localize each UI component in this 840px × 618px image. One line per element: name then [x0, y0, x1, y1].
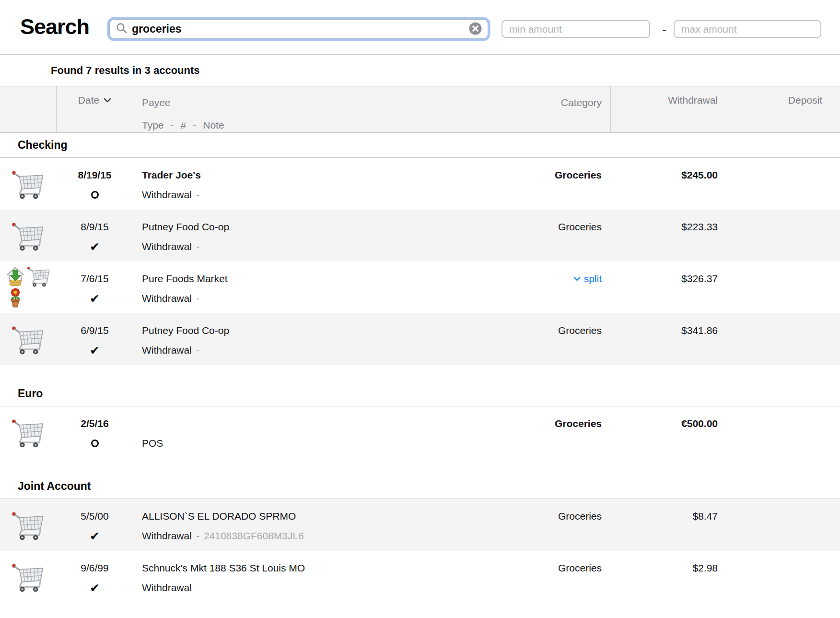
- payee: Putney Food Co-op: [142, 325, 229, 336]
- transaction-row[interactable]: 7/6/15 ✔ Pure Foods Market split Withdra…: [0, 261, 840, 313]
- house-deposit-icon: [6, 266, 25, 286]
- subheader-type-number-note: Type - # - Note: [133, 117, 610, 133]
- transaction-date: 5/5/00: [56, 508, 133, 524]
- number-label: #: [181, 119, 187, 131]
- transaction-type: Withdrawal: [142, 293, 192, 304]
- deposit-column-label: Deposit: [727, 86, 840, 133]
- table-header: Date Payee Category Type - # - Note With…: [0, 86, 840, 133]
- deposit-amount: [727, 416, 840, 432]
- category: Groceries: [555, 169, 602, 181]
- chevron-down-icon: [573, 276, 581, 281]
- transaction-type: Withdrawal: [142, 241, 192, 252]
- header-main-column: Payee Category Type - # - Note: [133, 86, 610, 133]
- transaction-note: 2410838GF608M3JL6: [204, 530, 304, 542]
- withdrawal-amount: $2.98: [610, 560, 727, 576]
- category-column-label: Category: [561, 97, 602, 108]
- transaction-type: Withdrawal: [142, 530, 192, 542]
- results-summary: Found 7 results in 3 accounts: [0, 55, 840, 86]
- transaction-date: 8/9/15: [56, 219, 133, 235]
- payee: ALLISON`S EL DORADO SPRMO: [142, 511, 296, 522]
- split-label: split: [584, 273, 602, 285]
- type-label: Type: [142, 119, 164, 131]
- min-amount-input[interactable]: [502, 20, 650, 38]
- withdrawal-amount: $8.47: [610, 508, 727, 524]
- cart-icon: [12, 169, 45, 199]
- note-dash: -: [196, 241, 199, 252]
- note-label: Note: [203, 119, 224, 131]
- transaction-date: 7/6/15: [56, 271, 133, 287]
- cart-icon: [27, 265, 51, 287]
- deposit-amount: [727, 271, 840, 287]
- withdrawal-amount: $341.86: [610, 322, 727, 339]
- category: Groceries: [558, 221, 602, 233]
- payee-column-label: Payee: [142, 97, 171, 108]
- transaction-row[interactable]: 5/5/00 ✔ ALLISON`S EL DORADO SPRMO Groce…: [0, 499, 840, 551]
- withdrawal-amount: $223.33: [610, 219, 727, 235]
- status-cleared-icon: ✔: [90, 293, 100, 305]
- category: Groceries: [558, 511, 602, 522]
- search-toolbar: Search -: [0, 0, 840, 55]
- transaction-row[interactable]: 8/19/15 Trader Joe's Groceries Withdrawa…: [0, 158, 840, 210]
- status-uncleared-icon: [91, 440, 99, 447]
- transaction-type: Withdrawal: [142, 345, 192, 356]
- cart-icon: [12, 562, 45, 592]
- note-dash: -: [196, 189, 199, 201]
- subheader-separator: -: [164, 119, 181, 131]
- payee: Trader Joe's: [142, 169, 201, 181]
- max-amount-input[interactable]: [674, 20, 821, 38]
- note-dash: -: [196, 530, 199, 542]
- search-icon: [116, 22, 128, 36]
- transaction-row[interactable]: 6/9/15 ✔ Putney Food Co-op Groceries Wit…: [0, 313, 840, 365]
- note-dash: -: [196, 293, 199, 304]
- transaction-date: 6/9/15: [56, 322, 133, 339]
- payee: Putney Food Co-op: [142, 221, 229, 233]
- deposit-amount: [727, 167, 840, 183]
- flower-pot-icon: [8, 288, 23, 310]
- amount-range-separator: -: [655, 23, 674, 36]
- account-section-header: Joint Account: [0, 474, 840, 499]
- cart-icon: [12, 510, 45, 540]
- category: Groceries: [558, 325, 602, 336]
- split-category-link[interactable]: split: [573, 273, 602, 285]
- transaction-type: Withdrawal: [142, 582, 192, 594]
- deposit-amount: [727, 560, 840, 576]
- transaction-row[interactable]: 2/5/16 Groceries POS €500.00: [0, 406, 840, 458]
- date-sort-control[interactable]: Date: [78, 95, 111, 106]
- withdrawal-amount: $326.37: [610, 271, 727, 287]
- search-input[interactable]: [128, 23, 467, 36]
- header-icon-spacer: [0, 86, 56, 133]
- account-section-header: Checking: [0, 133, 840, 158]
- category: Groceries: [558, 562, 602, 574]
- chevron-down-icon: [104, 98, 111, 103]
- search-field[interactable]: [109, 19, 488, 39]
- cart-icon: [12, 324, 45, 355]
- cart-icon: [12, 221, 45, 251]
- transaction-type: Withdrawal: [142, 189, 192, 201]
- cart-icon: [12, 417, 45, 448]
- transaction-row[interactable]: 8/9/15 ✔ Putney Food Co-op Groceries Wit…: [0, 210, 840, 261]
- clear-search-button[interactable]: [467, 22, 483, 37]
- status-cleared-icon: ✔: [90, 241, 100, 253]
- status-cleared-icon: ✔: [90, 345, 100, 357]
- transaction-date: 8/19/15: [56, 167, 133, 183]
- transaction-date: 2/5/16: [56, 416, 133, 432]
- header-date-column: Date: [56, 86, 133, 133]
- withdrawal-amount: $245.00: [610, 167, 727, 183]
- payee: Schnuck's Mkt 188 S36 St Louis MO: [142, 562, 305, 574]
- withdrawal-amount: €500.00: [610, 416, 727, 432]
- payee: Pure Foods Market: [142, 273, 228, 285]
- date-column-label: Date: [78, 95, 99, 106]
- deposit-amount: [727, 219, 840, 235]
- deposit-amount: [727, 508, 840, 524]
- clear-icon: [468, 21, 483, 37]
- category: Groceries: [555, 418, 602, 429]
- status-uncleared-icon: [91, 191, 99, 199]
- page-title: Search: [20, 14, 89, 39]
- deposit-amount: [727, 322, 840, 339]
- transaction-row[interactable]: 9/6/99 ✔ Schnuck's Mkt 188 S36 St Louis …: [0, 551, 840, 603]
- status-cleared-icon: ✔: [90, 582, 100, 594]
- subheader-separator: -: [186, 119, 203, 131]
- withdrawal-column-label: Withdrawal: [610, 86, 727, 133]
- transaction-type: POS: [142, 438, 163, 449]
- status-cleared-icon: ✔: [90, 530, 100, 542]
